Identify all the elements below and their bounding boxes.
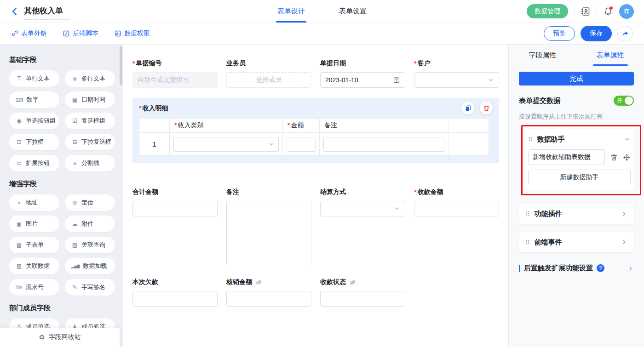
customer-select[interactable] bbox=[414, 72, 499, 88]
single-line-text-icon: T bbox=[16, 75, 23, 82]
tab-form-settings[interactable]: 表单设置 bbox=[337, 0, 368, 23]
sidebar-item-relation-query[interactable]: ▧关联查询 bbox=[65, 237, 115, 253]
plugin-card[interactable]: ⠿ 功能插件 bbox=[519, 204, 634, 224]
sidebar-scrollbar[interactable] bbox=[120, 46, 122, 85]
chevron-down-icon[interactable] bbox=[624, 136, 631, 142]
required-mark: * bbox=[174, 121, 177, 129]
share-button[interactable] bbox=[617, 26, 633, 41]
plugin-label: 功能插件 bbox=[535, 210, 616, 218]
field-sidebar: 基础字段T单行文本≣多行文本123数字▦日期时间◉单选按钮组☑复选框组⊡下拉框⊟… bbox=[0, 45, 123, 347]
field-receipt-status[interactable]: 收款状态 bbox=[320, 272, 405, 307]
submit-data-toggle[interactable]: 开 bbox=[614, 96, 634, 106]
sidebar-item-data-load[interactable]: ▂▅▇数据加载 bbox=[65, 258, 115, 274]
writeoff-amount-input[interactable] bbox=[226, 291, 311, 307]
done-button[interactable]: 完成 bbox=[519, 72, 634, 85]
sidebar-item-number[interactable]: 123数字 bbox=[9, 91, 59, 108]
drag-handle-icon[interactable]: ⠿ bbox=[525, 239, 530, 246]
received-amount-input[interactable] bbox=[414, 201, 499, 216]
image-icon: ▣ bbox=[16, 221, 23, 227]
drag-handle-icon[interactable]: ⠿ bbox=[528, 136, 533, 143]
sidebar-item-multi-select[interactable]: ⊟下拉复选框 bbox=[65, 134, 115, 150]
row-remark-input[interactable] bbox=[323, 137, 444, 152]
sidebar-item-relation-data[interactable]: ▨关联数据 bbox=[9, 258, 59, 274]
trash-icon bbox=[483, 105, 490, 112]
user-avatar[interactable]: 存 bbox=[619, 4, 634, 19]
sidebar-item-subform[interactable]: ▤子表单 bbox=[9, 237, 59, 253]
form-external-link[interactable]: 表单外链 bbox=[11, 29, 47, 38]
backend-script-link[interactable]: 后端脚本 bbox=[63, 29, 98, 38]
drag-handle-icon[interactable]: ⠿ bbox=[525, 210, 530, 217]
field-doc-no[interactable]: *单据编号 自动生成无需填写 bbox=[132, 53, 218, 88]
help-icon[interactable]: ? bbox=[597, 264, 604, 272]
income-type-select[interactable] bbox=[173, 137, 279, 152]
tab-form-design[interactable]: 表单设计 bbox=[276, 0, 307, 23]
contacts-icon[interactable] bbox=[581, 6, 591, 17]
amount-input[interactable] bbox=[287, 137, 316, 152]
tab-form-design-label: 表单设计 bbox=[277, 7, 305, 16]
income-type-header: *收入类别 bbox=[170, 119, 283, 133]
field-remark[interactable]: 备注 bbox=[226, 182, 311, 265]
sidebar-item-radio-group[interactable]: ◉单选按钮组 bbox=[9, 113, 59, 129]
back-button[interactable] bbox=[10, 7, 19, 16]
sidebar-item-label: 数字 bbox=[27, 96, 39, 104]
table-row: 1 bbox=[139, 133, 489, 156]
field-current-debt[interactable]: 本次欠款 bbox=[132, 272, 218, 307]
multi-line-text-icon: ≣ bbox=[71, 75, 78, 82]
move-helper-icon[interactable] bbox=[623, 154, 631, 161]
sidebar-item-divider[interactable]: ≡分割线 bbox=[65, 155, 115, 171]
data-manage-button[interactable]: 数据管理 bbox=[527, 4, 568, 18]
field-total-amount[interactable]: 合计金额 bbox=[132, 182, 218, 216]
sidebar-item-single-line-text[interactable]: T单行文本 bbox=[9, 70, 59, 87]
settle-method-select[interactable] bbox=[320, 201, 405, 216]
sidebar-item-extend-button[interactable]: ▭扩展按钮 bbox=[9, 155, 59, 171]
frontend-event-card[interactable]: ⠿ 前端事件 bbox=[519, 232, 634, 252]
amount-header: *金额 bbox=[283, 119, 320, 133]
sidebar-item-serial-number[interactable]: №流水号 bbox=[9, 279, 59, 296]
location-icon: ⊕ bbox=[71, 199, 78, 206]
salesman-picker[interactable]: 选择成员 bbox=[226, 72, 311, 88]
tab-form-properties[interactable]: 表单属性 bbox=[576, 45, 644, 66]
doc-date-input[interactable]: 2023-01-10 bbox=[320, 72, 405, 88]
sidebar-field-grid: T单行文本≣多行文本123数字▦日期时间◉单选按钮组☑复选框组⊡下拉框⊟下拉复选… bbox=[9, 70, 115, 171]
copy-subtable-button[interactable] bbox=[461, 102, 474, 114]
field-customer[interactable]: *客户 bbox=[414, 53, 499, 88]
sidebar-item-location[interactable]: ⊕定位 bbox=[65, 194, 115, 211]
multi-select-icon: ⊟ bbox=[71, 139, 78, 145]
field-received-amount[interactable]: *收款金额 bbox=[414, 182, 499, 216]
sidebar-item-checkbox-group[interactable]: ☑复选框组 bbox=[65, 113, 115, 129]
sidebar-item-signature[interactable]: ✎手写签名 bbox=[65, 279, 115, 296]
receipt-status-input[interactable] bbox=[320, 291, 405, 307]
sidebar-item-datetime[interactable]: ▦日期时间 bbox=[65, 91, 115, 108]
remark-textarea[interactable] bbox=[226, 201, 311, 265]
income-detail-label: 收入明细 bbox=[142, 104, 168, 113]
chevron-right-icon bbox=[621, 210, 627, 217]
field-settle-method[interactable]: 结算方式 bbox=[320, 182, 405, 216]
sidebar-section-title: 基础字段 bbox=[9, 56, 115, 64]
new-data-helper-button[interactable]: 新建数据助手 bbox=[528, 170, 631, 185]
total-amount-input[interactable] bbox=[132, 201, 218, 216]
current-debt-input[interactable] bbox=[132, 291, 218, 307]
delete-subtable-button[interactable] bbox=[480, 102, 493, 114]
sidebar-item-multi-line-text[interactable]: ≣多行文本 bbox=[65, 70, 115, 87]
bell-icon[interactable] bbox=[603, 6, 613, 17]
chevron-down-icon bbox=[488, 77, 494, 83]
delete-helper-icon[interactable] bbox=[610, 154, 618, 161]
sidebar-item-select[interactable]: ⊡下拉框 bbox=[9, 134, 59, 150]
sidebar-item-address[interactable]: ⌖地址 bbox=[9, 194, 59, 211]
data-helper-item[interactable]: 新增收款辅助表数据 bbox=[528, 149, 605, 165]
data-permission-link[interactable]: 数据权限 bbox=[114, 29, 150, 38]
sidebar-item-image[interactable]: ▣图片 bbox=[9, 216, 59, 232]
sidebar-sections: 基础字段T单行文本≣多行文本123数字▦日期时间◉单选按钮组☑复选框组⊡下拉框⊟… bbox=[9, 56, 115, 347]
field-doc-date[interactable]: 单据日期 2023-01-10 bbox=[320, 53, 405, 88]
tab-field-properties[interactable]: 字段属性 bbox=[509, 45, 576, 66]
field-recycle-bin[interactable]: ♻ 字段回收站 bbox=[0, 328, 120, 347]
save-button[interactable]: 保存 bbox=[581, 26, 612, 41]
field-salesman[interactable]: 业务员 选择成员 bbox=[226, 53, 311, 88]
doc-no-input[interactable]: 自动生成无需填写 bbox=[132, 72, 218, 88]
post-trigger-settings[interactable]: 后置触发扩展功能设置 ? bbox=[519, 264, 634, 273]
settle-method-label: 结算方式 bbox=[320, 188, 346, 196]
preview-button[interactable]: 预览 bbox=[544, 26, 575, 41]
sidebar-item-attachment[interactable]: ☁附件 bbox=[65, 216, 115, 232]
income-detail-section[interactable]: * 收入明细 *收入类别 *金额 备注 bbox=[132, 98, 499, 163]
field-writeoff-amount[interactable]: 核销金额 bbox=[226, 272, 311, 307]
